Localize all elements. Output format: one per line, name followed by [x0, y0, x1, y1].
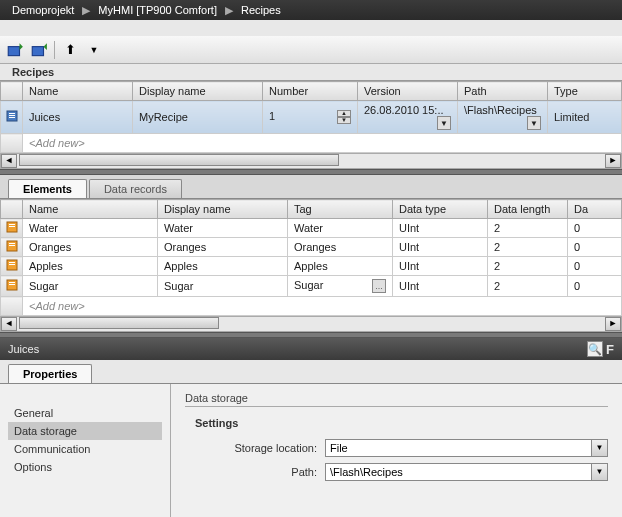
row-icon — [1, 101, 23, 134]
storage-location-input[interactable] — [325, 439, 592, 457]
cell-tag[interactable]: Water — [288, 219, 393, 238]
path-label: Path: — [195, 466, 325, 478]
svg-rect-8 — [9, 226, 15, 227]
panel-header: Juices 🔍 F — [0, 338, 622, 360]
path-input[interactable] — [325, 463, 592, 481]
table-row[interactable]: ApplesApplesApplesUInt20 — [1, 257, 622, 276]
cell-da[interactable]: 0 — [568, 238, 622, 257]
panel-title: Juices — [8, 343, 39, 355]
cell-tag[interactable]: Oranges — [288, 238, 393, 257]
cell-name[interactable]: Oranges — [23, 238, 158, 257]
tab-data-records[interactable]: Data records — [89, 179, 182, 198]
cell-name[interactable]: Water — [23, 219, 158, 238]
table-row[interactable]: OrangesOrangesOrangesUInt20 — [1, 238, 622, 257]
scroll-left-icon[interactable]: ◄ — [1, 317, 17, 331]
cell-da[interactable]: 0 — [568, 257, 622, 276]
nav-general[interactable]: General — [8, 404, 162, 422]
cell-tag[interactable]: Apples — [288, 257, 393, 276]
nav-options[interactable]: Options — [8, 458, 162, 476]
cell-datalength[interactable]: 2 — [488, 276, 568, 297]
cell-name[interactable]: Juices — [23, 101, 133, 134]
cell-number[interactable]: 1▲▼ — [263, 101, 358, 134]
browse-icon[interactable]: … — [372, 279, 386, 293]
breadcrumb: Demoprojekt ▶ MyHMI [TP900 Comfort] ▶ Re… — [0, 0, 622, 20]
table-header-row: Name Display name Tag Data type Data len… — [1, 200, 622, 219]
cell-datalength[interactable]: 2 — [488, 219, 568, 238]
col-display[interactable]: Display name — [133, 82, 263, 101]
col-tag[interactable]: Tag — [288, 200, 393, 219]
cell-da[interactable]: 0 — [568, 219, 622, 238]
scroll-thumb[interactable] — [19, 154, 339, 166]
svg-rect-17 — [9, 284, 15, 285]
search-icon[interactable]: 🔍 — [587, 341, 603, 357]
col-version[interactable]: Version — [358, 82, 458, 101]
svg-rect-3 — [9, 113, 15, 114]
tab-properties[interactable]: Properties — [8, 364, 92, 383]
breadcrumb-device[interactable]: MyHMI [TP900 Comfort] — [94, 4, 221, 16]
group-label: Data storage — [185, 392, 608, 407]
properties-nav: General Data storage Communication Optio… — [0, 384, 170, 517]
cell-display[interactable]: Water — [158, 219, 288, 238]
col-datatype[interactable]: Data type — [393, 200, 488, 219]
scrollbar-horizontal[interactable]: ◄ ► — [0, 316, 622, 332]
properties-main: Data storage Settings Storage location: … — [170, 384, 622, 517]
tab-elements[interactable]: Elements — [8, 179, 87, 198]
scroll-left-icon[interactable]: ◄ — [1, 154, 17, 168]
table-row[interactable]: WaterWaterWaterUInt20 — [1, 219, 622, 238]
col-display[interactable]: Display name — [158, 200, 288, 219]
col-name[interactable]: Name — [23, 82, 133, 101]
col-type[interactable]: Type — [548, 82, 622, 101]
cell-tag[interactable]: Sugar… — [288, 276, 393, 297]
cell-display[interactable]: Oranges — [158, 238, 288, 257]
spinner-icon[interactable]: ▲▼ — [337, 110, 351, 124]
cell-type[interactable]: Limited — [548, 101, 622, 134]
cell-datatype[interactable]: UInt — [393, 219, 488, 238]
table-row[interactable]: SugarSugarSugar…UInt20 — [1, 276, 622, 297]
cell-datatype[interactable]: UInt — [393, 276, 488, 297]
cell-name[interactable]: Sugar — [23, 276, 158, 297]
settings-heading: Settings — [195, 417, 608, 429]
breadcrumb-project[interactable]: Demoprojekt — [8, 4, 78, 16]
dropdown-icon[interactable]: ▼ — [527, 116, 541, 130]
col-path[interactable]: Path — [458, 82, 548, 101]
cell-path[interactable]: \Flash\Recipes▼ — [458, 101, 548, 134]
dropdown-icon[interactable]: ▼ — [592, 439, 608, 457]
element-icon — [6, 240, 18, 252]
scroll-right-icon[interactable]: ► — [605, 154, 621, 168]
svg-rect-0 — [8, 46, 19, 55]
table-row[interactable]: Juices MyRecipe 1▲▼ 26.08.2010 15:..▼ \F… — [1, 101, 622, 134]
elements-table: Name Display name Tag Data type Data len… — [0, 199, 622, 316]
scroll-thumb[interactable] — [19, 317, 219, 329]
up-arrow-icon[interactable]: ⬆ — [61, 41, 79, 59]
add-new-row[interactable]: <Add new> — [1, 134, 622, 153]
cell-display[interactable]: Sugar — [158, 276, 288, 297]
cell-version[interactable]: 26.08.2010 15:..▼ — [358, 101, 458, 134]
dropdown-icon[interactable]: ▼ — [85, 41, 103, 59]
breadcrumb-section[interactable]: Recipes — [237, 4, 285, 16]
col-datalength[interactable]: Data length — [488, 200, 568, 219]
col-da[interactable]: Da — [568, 200, 622, 219]
cell-datalength[interactable]: 2 — [488, 238, 568, 257]
nav-communication[interactable]: Communication — [8, 440, 162, 458]
cell-da[interactable]: 0 — [568, 276, 622, 297]
chevron-right-icon: ▶ — [221, 4, 237, 17]
nav-data-storage[interactable]: Data storage — [8, 422, 162, 440]
scroll-right-icon[interactable]: ► — [605, 317, 621, 331]
cell-datatype[interactable]: UInt — [393, 257, 488, 276]
cell-datalength[interactable]: 2 — [488, 257, 568, 276]
dropdown-icon[interactable]: ▼ — [592, 463, 608, 481]
cell-datatype[interactable]: UInt — [393, 238, 488, 257]
row-icon — [1, 238, 23, 257]
col-number[interactable]: Number — [263, 82, 358, 101]
dropdown-icon[interactable]: ▼ — [437, 116, 451, 130]
import-icon[interactable] — [6, 41, 24, 59]
col-name[interactable]: Name — [23, 200, 158, 219]
tabs-properties: Properties — [0, 360, 622, 384]
export-icon[interactable] — [30, 41, 48, 59]
cell-name[interactable]: Apples — [23, 257, 158, 276]
cell-display[interactable]: Apples — [158, 257, 288, 276]
cell-display[interactable]: MyRecipe — [133, 101, 263, 134]
scrollbar-horizontal[interactable]: ◄ ► — [0, 153, 622, 169]
tabs-elements: Elements Data records — [0, 175, 622, 199]
add-new-row[interactable]: <Add new> — [1, 297, 622, 316]
